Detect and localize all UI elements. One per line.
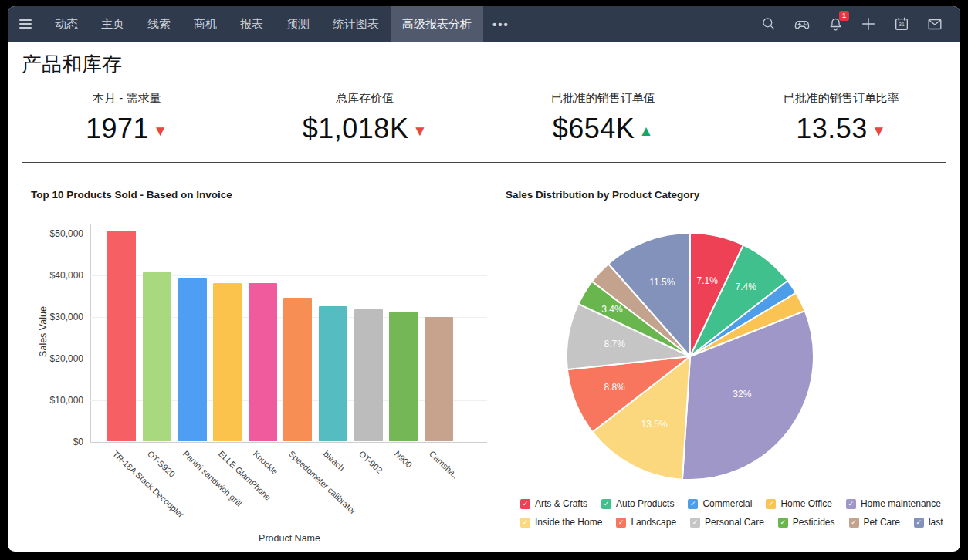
pie-slice-label: 8.8% [604,382,625,393]
nav-tab[interactable]: 商机 [182,6,228,42]
y-axis-tick-label: $0 [28,437,83,447]
legend-item-last[interactable]: ✓last [914,517,943,528]
legend-label: Pet Care [864,517,900,528]
x-axis-tick-label: OT-S920 [146,449,177,479]
bell-icon[interactable]: 1 [827,15,844,32]
bar-chart-x-axis-title: Product Name [193,533,386,544]
legend-checkbox[interactable]: ✓ [520,499,530,509]
x-axis-tick-label: bleach [322,449,347,473]
legend-checkbox[interactable]: ✓ [690,518,700,528]
x-axis-tick-label: Knuckle [252,449,280,476]
y-axis-tick-label: $40,000 [28,270,83,281]
nav-tab[interactable]: 预测 [275,6,321,42]
y-axis-tick-label: $50,000 [28,228,83,239]
legend-item-Home maintenance[interactable]: ✓Home maintenance [846,498,941,509]
x-axis-tick-label: TR-18A Stack Decoupler [111,449,186,519]
legend-item-Pesticides[interactable]: ✓Pesticides [778,517,835,528]
screen-background: 动态主页线索商机报表预测统计图表高级报表分析••• 1 31 [0,0,968,560]
pie-slice-label: 13.5% [641,419,668,430]
nav-tab[interactable]: 统计图表 [321,6,391,42]
legend-row: ✓Arts & Crafts✓Auto Products✓Commercial✓… [520,498,943,509]
legend-label: Pesticides [793,517,835,528]
kpi-number: $1,018K [303,113,409,144]
legend-item-Home Office[interactable]: ✓Home Office [766,498,831,509]
bar-N900[interactable] [389,312,418,442]
kpi-card: 已批准的销售订单值$654K▲ [484,91,723,145]
nav-tab[interactable]: 报表 [228,6,275,42]
app-window: 动态主页线索商机报表预测统计图表高级报表分析••• 1 31 [8,6,960,552]
kpi-number: 1971 [86,113,149,144]
nav-icons: 1 31 [760,6,960,42]
pie-slice-label: 7.4% [736,282,757,292]
legend-label: Personal Care [705,517,764,528]
y-axis-tick-label: $30,000 [28,312,83,322]
x-axis-tick-label: Panini sandwich grill [181,449,244,508]
kpi-value: 1971▼ [8,113,246,145]
gamepad-icon[interactable] [794,15,811,32]
search-icon[interactable] [760,15,777,32]
legend-label: Commercial [702,498,752,509]
nav-tab[interactable]: 主页 [90,6,136,42]
legend-checkbox[interactable]: ✓ [688,499,698,509]
legend-checkbox[interactable]: ✓ [601,499,611,509]
legend-checkbox[interactable]: ✓ [778,518,788,528]
pie-slice-label: 3.4% [601,304,623,315]
legend-checkbox[interactable]: ✓ [766,499,776,509]
nav-tab[interactable]: 动态 [43,6,90,42]
bar-TR-18A Stack Decoupler[interactable] [107,231,136,441]
bar-Speedometer calibrator[interactable] [283,298,312,441]
top-nav-bar: 动态主页线索商机报表预测统计图表高级报表分析••• 1 31 [8,6,960,42]
bar-Panini sandwich grill[interactable] [178,278,207,441]
bar-chart-y-axis-title: Sales Value [38,270,49,393]
legend-label: Inside the Home [535,517,602,528]
legend-item-Personal Care[interactable]: ✓Personal Care [690,517,764,528]
kpi-row: 本月 - 需求量1971▼总库存价值$1,018K▼已批准的销售订单值$654K… [8,91,960,145]
x-axis-tick-label: N900 [392,449,413,470]
bar-OT-902[interactable] [354,309,383,441]
bar-bleach[interactable] [319,306,347,441]
gridline [90,442,487,443]
legend-item-Arts & Crafts[interactable]: ✓Arts & Crafts [520,498,587,509]
kpi-value: 13.53▼ [723,113,961,145]
legend-item-Commercial[interactable]: ✓Commercial [688,498,752,509]
legend-checkbox[interactable]: ✓ [849,518,859,528]
pie-slice-label: 32% [733,389,751,400]
legend-checkbox[interactable]: ✓ [846,499,856,509]
hamburger-menu-icon[interactable] [8,6,43,42]
plus-icon[interactable] [860,15,877,32]
legend-checkbox[interactable]: ✓ [520,518,530,528]
calendar-day-label: 31 [893,22,910,27]
legend-item-Landscape[interactable]: ✓Landscape [616,517,676,528]
notification-badge: 1 [839,11,849,21]
calendar-icon[interactable]: 31 [893,15,910,32]
nav-tab[interactable]: 高级报表分析 [391,6,483,42]
legend-checkbox[interactable]: ✓ [616,518,626,528]
bar-ELLE GlamPhone[interactable] [213,283,242,441]
pie-slice-label: 11.5% [649,277,675,288]
x-axis-tick-label: OT-902 [357,449,384,475]
y-axis-tick-label: $20,000 [28,353,83,364]
pie-chart-legend: ✓Arts & Crafts✓Auto Products✓Commercial✓… [520,498,943,528]
y-axis-tick-label: $10,000 [28,395,83,406]
mail-icon[interactable] [926,15,943,32]
legend-item-Inside the Home[interactable]: ✓Inside the Home [520,517,602,528]
trend-down-icon: ▼ [412,123,427,139]
bar-Camsha..[interactable] [425,317,453,441]
legend-item-Pet Care[interactable]: ✓Pet Care [849,517,900,528]
kpi-card: 总库存价值$1,018K▼ [246,91,485,145]
nav-tabs: 动态主页线索商机报表预测统计图表高级报表分析••• [43,6,519,42]
bar-chart-plot-area [90,224,487,442]
nav-tab[interactable]: 线索 [136,6,182,42]
trend-down-icon: ▼ [153,123,168,139]
legend-checkbox[interactable]: ✓ [914,518,924,528]
legend-item-Auto Products[interactable]: ✓Auto Products [601,498,674,509]
legend-label: Auto Products [616,498,674,509]
bar-OT-S920[interactable] [143,272,171,441]
nav-more-button[interactable]: ••• [483,6,519,42]
legend-label: Home Office [780,498,831,509]
kpi-card: 已批准的销售订单比率13.53▼ [723,91,961,145]
kpi-label: 已批准的销售订单值 [484,91,723,106]
kpi-label: 总库存价值 [246,91,485,106]
legend-row: ✓Inside the Home✓Landscape✓Personal Care… [520,517,943,528]
bar-Knuckle[interactable] [249,283,277,441]
